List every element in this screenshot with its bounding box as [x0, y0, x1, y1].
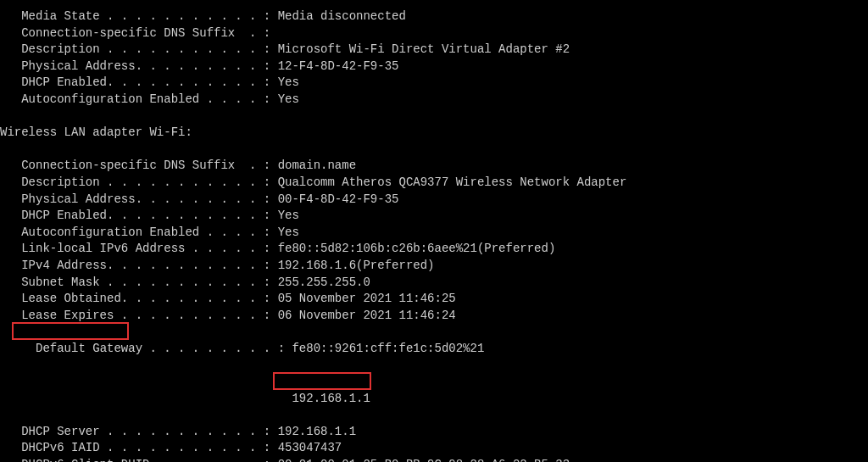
dns-suffix-line: Connection-specific DNS Suffix . : [0, 25, 868, 42]
physical-address-line: Physical Address. . . . . . . . . : 00-F… [0, 192, 868, 209]
default-gateway-text: Default Gateway . . . . . . . . . : fe80… [14, 342, 485, 355]
autoconfig-line: Autoconfiguration Enabled . . . . : Yes [0, 92, 868, 109]
media-state-line: Media State . . . . . . . . . . . : Medi… [0, 8, 868, 25]
lease-expires-line: Lease Expires . . . . . . . . . . : 06 N… [0, 308, 868, 325]
default-gateway-line-2: 192.168.1.1 [0, 374, 868, 424]
dhcpv6-client-duid-line: DHCPv6 Client DUID. . . . . . . . : 00-0… [0, 457, 868, 462]
ipv4-address-line: IPv4 Address. . . . . . . . . . . : 192.… [0, 258, 868, 275]
physical-address-line: Physical Address. . . . . . . . . : 12-F… [0, 58, 868, 75]
default-gateway-line: Default Gateway . . . . . . . . . : fe80… [0, 324, 868, 374]
highlight-box-label [12, 322, 129, 340]
adapter-header: Wireless LAN adapter Wi-Fi: [0, 125, 868, 142]
dhcpv6-iaid-line: DHCPv6 IAID . . . . . . . . . . . : 4530… [0, 440, 868, 457]
autoconfig-line: Autoconfiguration Enabled . . . . : Yes [0, 225, 868, 242]
lease-obtained-line: Lease Obtained. . . . . . . . . . : 05 N… [0, 291, 868, 308]
subnet-mask-line: Subnet Mask . . . . . . . . . . . : 255.… [0, 275, 868, 292]
blank-line [0, 142, 868, 159]
description-line: Description . . . . . . . . . . . : Qual… [0, 175, 868, 192]
default-gateway-value-2: 192.168.1.1 [14, 392, 370, 405]
dhcp-enabled-line: DHCP Enabled. . . . . . . . . . . : Yes [0, 75, 868, 92]
blank-line [0, 109, 868, 125]
dns-suffix-line: Connection-specific DNS Suffix . : domai… [0, 158, 868, 175]
dhcp-enabled-line: DHCP Enabled. . . . . . . . . . . : Yes [0, 208, 868, 225]
description-line: Description . . . . . . . . . . . : Micr… [0, 42, 868, 58]
dhcp-server-line: DHCP Server . . . . . . . . . . . : 192.… [0, 424, 868, 441]
link-local-ipv6-line: Link-local IPv6 Address . . . . . : fe80… [0, 241, 868, 258]
highlight-box-value [273, 372, 371, 390]
